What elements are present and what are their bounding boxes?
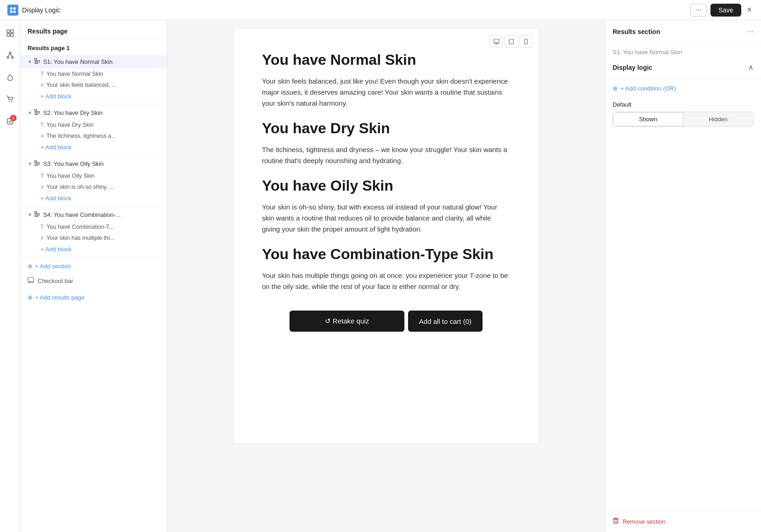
- svg-rect-18: [34, 62, 40, 63]
- app-icon: [7, 5, 18, 16]
- s3-chevron: ▼: [28, 161, 32, 166]
- s2-child-body[interactable]: ≡ The itchiness, tightness a...: [20, 130, 167, 141]
- canvas-section-0: You have Normal Skin Your skin feels bal…: [262, 51, 510, 109]
- sidebar-cart-icon[interactable]: [3, 92, 17, 107]
- svg-rect-32: [28, 277, 34, 282]
- s2-child-title[interactable]: T You have Dry Skin: [20, 119, 167, 130]
- section-3-body: Your skin has multiple things going on a…: [262, 270, 510, 292]
- section-s1[interactable]: ▼ S1: You have Normal Skin: [20, 55, 167, 68]
- section-3-title: You have Combination-Type Skin: [262, 246, 510, 263]
- s4-body-icon: ≡: [40, 235, 44, 241]
- toggle-shown-button[interactable]: Shown: [613, 112, 683, 126]
- s1-child-body-label: Your skin feels balanced, ...: [46, 82, 116, 88]
- more-button[interactable]: ···: [690, 4, 706, 17]
- main-area: 3 Results page Results page 1 ▼ S1: You …: [0, 20, 761, 532]
- s1-child-title-label: You have Normal Skin: [46, 71, 103, 77]
- s4-add-block-button[interactable]: + Add block: [20, 243, 167, 255]
- checkout-bar-label: Checkout bar: [38, 277, 73, 284]
- section-0-title: You have Normal Skin: [262, 51, 510, 68]
- toggle-hidden-button[interactable]: Hidden: [683, 112, 754, 126]
- s2-text-icon: T: [40, 122, 44, 128]
- svg-rect-30: [34, 215, 40, 216]
- display-logic-content: ⊕ + Add condition (OR) Default Shown Hid…: [605, 78, 761, 132]
- add-to-cart-button[interactable]: Add all to cart (0): [408, 311, 483, 332]
- desktop-view-button[interactable]: [490, 35, 503, 48]
- checkout-bar-item[interactable]: Checkout bar: [20, 273, 167, 289]
- svg-rect-31: [34, 216, 38, 217]
- display-logic-chevron-button[interactable]: ∧: [748, 63, 754, 72]
- svg-point-14: [11, 101, 12, 102]
- add-results-page-button[interactable]: ⊕ + Add results page: [20, 290, 167, 305]
- remove-section-button[interactable]: Remove section: [613, 518, 665, 526]
- topbar: Display Logic ··· Save ×: [0, 0, 761, 20]
- spacer: [613, 94, 754, 99]
- add-condition-button[interactable]: ⊕ + Add condition (OR): [613, 83, 754, 94]
- s4-child-title[interactable]: T You have Combination-T...: [20, 221, 167, 232]
- svg-rect-43: [614, 519, 618, 523]
- mobile-view-button[interactable]: [519, 35, 532, 48]
- s3-add-block-button[interactable]: + Add block: [20, 192, 167, 204]
- svg-rect-25: [34, 163, 40, 164]
- s2-child-body-label: The itchiness, tightness a...: [46, 133, 116, 139]
- left-panel: Results page Results page 1 ▼ S1: You ha…: [20, 20, 167, 532]
- s3-text-icon: T: [40, 173, 44, 179]
- section-s4[interactable]: ▼ S4: You have Combination-...: [20, 208, 167, 221]
- sidebar-grid-icon[interactable]: [3, 26, 17, 40]
- s4-child-body[interactable]: ≡ Your skin has multiple thi...: [20, 232, 167, 243]
- display-logic-header: Display logic ∧: [605, 57, 761, 78]
- add-section-button[interactable]: ⊕ + Add section: [20, 259, 167, 273]
- svg-rect-22: [34, 113, 40, 114]
- canvas: You have Normal Skin Your skin feels bal…: [167, 20, 605, 532]
- remove-section-trash-icon: [613, 518, 619, 526]
- add-results-page-label: + Add results page: [35, 294, 85, 301]
- s1-child-title[interactable]: T You have Normal Skin: [20, 68, 167, 79]
- sidebar-drop-icon[interactable]: [3, 70, 17, 85]
- s3-child-title-label: You have Oily Skin: [46, 173, 94, 179]
- right-panel-header: Results section ···: [605, 20, 761, 43]
- svg-rect-23: [34, 114, 38, 115]
- close-button[interactable]: ×: [745, 3, 754, 17]
- s1-add-block-button[interactable]: + Add block: [20, 91, 167, 102]
- sidebar-check-icon[interactable]: 3: [3, 114, 17, 129]
- canvas-section-2: You have Oily Skin Your skin is oh-so sh…: [262, 177, 510, 235]
- s1-section-icon: [34, 58, 40, 66]
- s3-child-body-label: Your skin is oh-so shiny, ...: [46, 184, 114, 190]
- save-button[interactable]: Save: [710, 4, 742, 17]
- s2-label: S2: You have Dry Skin: [43, 109, 102, 116]
- s2-child-title-label: You have Dry Skin: [46, 122, 93, 128]
- left-panel-subheader: Results page 1: [20, 39, 167, 55]
- section-1-body: The itchiness, tightness and dryness – w…: [262, 144, 510, 166]
- s2-add-block-button[interactable]: + Add block: [20, 141, 167, 153]
- tablet-view-button[interactable]: [505, 35, 517, 48]
- s1-body-icon: ≡: [40, 82, 44, 88]
- s3-child-title[interactable]: T You have Oily Skin: [20, 170, 167, 181]
- section-s2[interactable]: ▼ S2: You have Dry Skin: [20, 106, 167, 119]
- s3-child-body[interactable]: ≡ Your skin is oh-so shiny, ...: [20, 181, 167, 192]
- add-results-plus-icon: ⊕: [28, 294, 33, 301]
- svg-rect-26: [34, 164, 40, 165]
- svg-point-40: [511, 43, 511, 43]
- sidebar-branch-icon[interactable]: [3, 48, 17, 62]
- svg-point-42: [525, 43, 526, 43]
- canvas-section-1: You have Dry Skin The itchiness, tightne…: [262, 120, 510, 166]
- section-s3[interactable]: ▼ S3: You have Oily Skin: [20, 157, 167, 170]
- s2-section-icon: [34, 109, 40, 117]
- retake-quiz-button[interactable]: ↺ Retake quiz: [290, 311, 404, 332]
- canvas-section-3: You have Combination-Type Skin Your skin…: [262, 246, 510, 292]
- svg-rect-7: [11, 34, 13, 36]
- svg-rect-3: [13, 11, 16, 13]
- svg-rect-16: [34, 58, 37, 60]
- s4-child-body-label: Your skin has multiple thi...: [46, 235, 114, 241]
- s1-child-body[interactable]: ≡ Your skin feels balanced, ...: [20, 79, 167, 91]
- s4-label: S4: You have Combination-...: [43, 211, 120, 218]
- divider-3: [20, 206, 167, 206]
- s4-chevron: ▼: [28, 212, 32, 217]
- add-section-label: + Add section: [35, 263, 71, 270]
- s3-label: S3: You have Oily Skin: [43, 160, 104, 167]
- s2-body-icon: ≡: [40, 133, 44, 139]
- bottom-bar: ↺ Retake quiz Add all to cart (0): [262, 303, 510, 339]
- right-panel-more-button[interactable]: ···: [747, 27, 754, 36]
- s1-text-icon: T: [40, 71, 44, 77]
- svg-rect-19: [34, 63, 38, 64]
- left-panel-header: Results page: [20, 20, 167, 39]
